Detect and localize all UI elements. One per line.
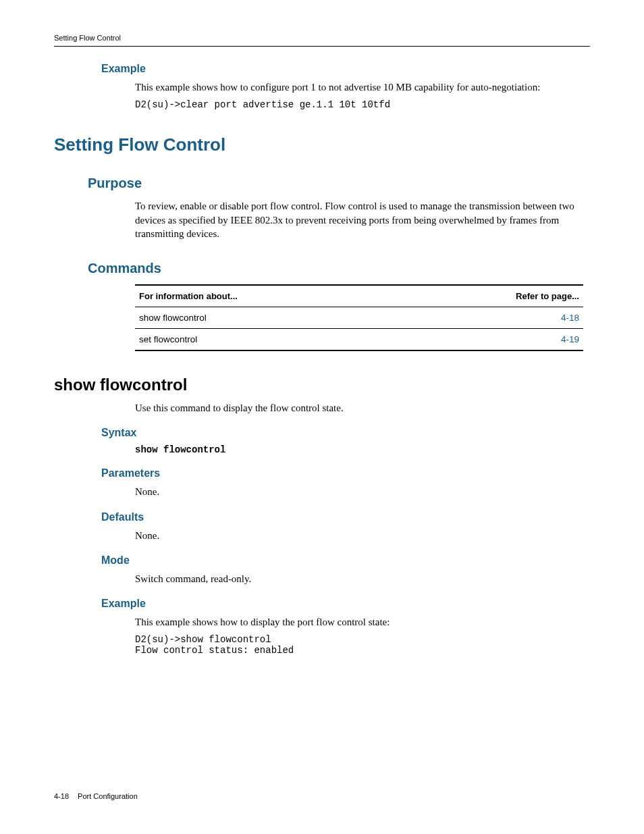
footer-page-number: 4-18 xyxy=(54,792,69,800)
heading-mode: Mode xyxy=(101,554,590,567)
mode-text: Switch command, read-only. xyxy=(135,572,583,585)
syntax-code: show flowcontrol xyxy=(135,444,590,455)
page: Setting Flow Control Example This exampl… xyxy=(0,0,644,834)
table-header-row: For information about... Refer to page..… xyxy=(135,284,583,307)
parameters-text: None. xyxy=(135,485,583,498)
heading-example-top: Example xyxy=(101,63,590,75)
heading-commands: Commands xyxy=(88,261,590,276)
section-title: Setting Flow Control xyxy=(54,134,590,155)
table-row: show flowcontrol 4-18 xyxy=(135,307,583,329)
table-header-about: For information about... xyxy=(139,291,238,301)
table-header-page: Refer to page... xyxy=(516,291,579,301)
heading-example-cmd: Example xyxy=(101,598,590,610)
running-header: Setting Flow Control xyxy=(54,34,590,47)
table-cell-page-link[interactable]: 4-19 xyxy=(561,334,579,344)
example-top-code: D2(su)->clear port advertise ge.1.1 10t … xyxy=(135,99,590,110)
heading-syntax: Syntax xyxy=(101,427,590,439)
table-row: set flowcontrol 4-19 xyxy=(135,329,583,351)
page-footer: 4-18 Port Configuration xyxy=(54,792,138,800)
example-top-text: This example shows how to configure port… xyxy=(135,80,583,94)
table-cell-about: set flowcontrol xyxy=(139,334,197,344)
command-name: show flowcontrol xyxy=(54,375,590,394)
example-cmd-code: D2(su)->show flowcontrol Flow control st… xyxy=(135,634,590,656)
commands-table: For information about... Refer to page..… xyxy=(135,284,583,351)
command-intro: Use this command to display the flow con… xyxy=(135,401,583,415)
heading-defaults: Defaults xyxy=(101,511,590,523)
footer-chapter: Port Configuration xyxy=(78,792,138,800)
table-cell-page-link[interactable]: 4-18 xyxy=(561,313,579,323)
defaults-text: None. xyxy=(135,529,583,542)
heading-parameters: Parameters xyxy=(101,467,590,479)
example-cmd-text: This example shows how to display the po… xyxy=(135,615,583,629)
heading-purpose: Purpose xyxy=(88,176,590,191)
purpose-text: To review, enable or disable port flow c… xyxy=(135,199,583,240)
table-cell-about: show flowcontrol xyxy=(139,313,207,323)
